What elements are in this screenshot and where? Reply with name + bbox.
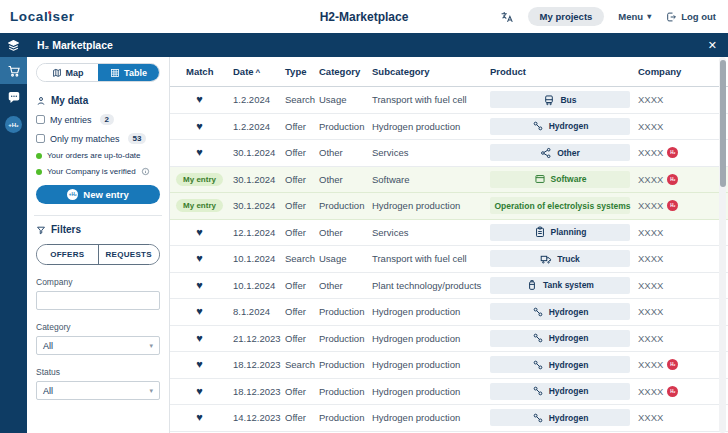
table-row[interactable]: ♥ 18.12.2023 Offer Production Hydrogen p…	[170, 379, 728, 406]
offers-button[interactable]: OFFERS	[37, 245, 99, 264]
company-name: XXXX	[638, 227, 663, 238]
subcategory-cell: Services	[368, 147, 486, 158]
orders-status-text: Your orders are up-to-date	[47, 151, 141, 160]
logo[interactable]: Localiser	[10, 9, 75, 24]
product-label: Hydrogen	[549, 413, 589, 423]
col-header-match[interactable]: Match	[170, 66, 229, 77]
product-badge[interactable]: Other	[490, 144, 630, 161]
product-badge[interactable]: Truck	[490, 250, 630, 267]
my-entries-checkbox[interactable]	[36, 115, 45, 124]
info-icon[interactable]	[141, 167, 150, 176]
product-label: Software	[551, 174, 587, 184]
table-row[interactable]: My entry 30.1.2024 Offer Other Software …	[170, 167, 728, 194]
col-header-subcategory[interactable]: Subcategory	[368, 66, 486, 77]
date-cell: 30.1.2024	[229, 147, 281, 158]
heart-icon[interactable]: ♥	[196, 94, 203, 105]
table-area: Match Date^ Type Category Subcategory Pr…	[170, 57, 728, 433]
company-input[interactable]	[36, 291, 160, 310]
product-badge[interactable]: Operation of electrolysis systems	[490, 197, 630, 214]
table-row[interactable]: My entry 30.1.2024 Offer Production Hydr…	[170, 193, 728, 220]
heart-icon[interactable]: ♥	[196, 147, 203, 158]
type-cell: Offer	[281, 280, 315, 291]
product-label: Hydrogen	[549, 386, 589, 396]
heart-icon[interactable]: ♥	[196, 253, 203, 264]
product-cell: Other	[486, 144, 634, 161]
rail-item-marketplace[interactable]	[0, 57, 27, 84]
type-cell: Offer	[281, 121, 315, 132]
scrollbar-thumb[interactable]	[720, 60, 726, 187]
table-row[interactable]: ♥ 10.1.2024 Search Usage Transport with …	[170, 246, 728, 273]
close-icon[interactable]: ✕	[708, 39, 717, 52]
table-view-button[interactable]: Table	[98, 64, 159, 81]
table-row[interactable]: ♥ 12.1.2024 Offer Other Services Plannin…	[170, 220, 728, 247]
product-cell: Hydrogen	[486, 383, 634, 400]
heart-icon[interactable]: ♥	[196, 412, 203, 423]
heart-icon[interactable]: ♥	[196, 227, 203, 238]
rail-item-add-h2[interactable]: +H₂	[0, 111, 27, 138]
product-badge[interactable]: Planning	[490, 224, 630, 241]
sidebar-panel: Map Table My data My entries 2 Only my m…	[27, 57, 170, 433]
only-matches-count-badge: 53	[128, 133, 147, 144]
table-row[interactable]: ♥ 21.12.2023 Offer Production Hydrogen p…	[170, 326, 728, 353]
my-entries-count-badge: 2	[100, 114, 114, 125]
col-header-type[interactable]: Type	[281, 66, 315, 77]
company-cell: XXXX H₂	[634, 174, 728, 185]
requests-button[interactable]: REQUESTS	[99, 245, 160, 264]
status-select[interactable]: All▾	[36, 381, 160, 400]
table-row[interactable]: ♥ 10.1.2024 Offer Other Plant technology…	[170, 273, 728, 300]
col-header-company[interactable]: Company	[634, 66, 728, 77]
layers-icon[interactable]	[7, 39, 20, 52]
menu-button[interactable]: Menu▾	[618, 11, 651, 22]
date-cell: 1.2.2024	[229, 94, 281, 105]
product-badge[interactable]: Hydrogen	[490, 409, 630, 426]
heart-icon[interactable]: ♥	[196, 306, 203, 317]
col-header-product[interactable]: Product	[486, 66, 634, 77]
product-badge[interactable]: Hydrogen	[490, 330, 630, 347]
heart-icon[interactable]: ♥	[196, 359, 203, 370]
new-entry-button[interactable]: +H₂New entry	[36, 185, 160, 204]
table-row[interactable]: ♥ 1.2.2024 Search Usage Transport with f…	[170, 87, 728, 114]
col-header-category[interactable]: Category	[315, 66, 368, 77]
verified-status-text: Your Company is verified	[47, 167, 136, 176]
product-cell: Hydrogen	[486, 118, 634, 135]
only-matches-label: Only my matches	[50, 134, 120, 144]
table-row[interactable]: ♥ 18.12.2023 Search Production Hydrogen …	[170, 352, 728, 379]
date-cell: 30.1.2024	[229, 174, 281, 185]
type-cell: Offer	[281, 333, 315, 344]
category-field-label: Category	[36, 322, 160, 332]
product-badge[interactable]: Tank system	[490, 277, 630, 294]
rail-item-chat[interactable]	[0, 84, 27, 111]
scrollbar-track[interactable]	[719, 57, 726, 433]
product-label: Operation of electrolysis systems	[494, 201, 630, 211]
table-row[interactable]: ♥ 14.12.2023 Offer Production Hydrogen p…	[170, 405, 728, 432]
heart-icon[interactable]: ♥	[196, 386, 203, 397]
category-select[interactable]: All▾	[36, 336, 160, 355]
product-badge[interactable]: Hydrogen	[490, 383, 630, 400]
heart-icon[interactable]: ♥	[196, 280, 203, 291]
chat-icon	[7, 91, 21, 105]
table-row[interactable]: ♥ 30.1.2024 Offer Other Services Other X…	[170, 140, 728, 167]
heart-icon[interactable]: ♥	[196, 121, 203, 132]
product-badge[interactable]: Hydrogen	[490, 303, 630, 320]
heart-icon[interactable]: ♥	[196, 333, 203, 344]
logout-button[interactable]: Log out	[665, 11, 716, 23]
type-cell: Offer	[281, 386, 315, 397]
orders-status: Your orders are up-to-date	[36, 151, 160, 160]
map-view-button[interactable]: Map	[37, 64, 98, 81]
my-projects-button[interactable]: My projects	[528, 7, 605, 26]
match-cell: ♥	[170, 94, 229, 105]
product-badge[interactable]: Hydrogen	[490, 118, 630, 135]
header-actions: My projects Menu▾ Log out	[500, 7, 716, 26]
col-header-date[interactable]: Date^	[229, 66, 281, 77]
table-row[interactable]: ♥ 8.1.2024 Offer Production Hydrogen pro…	[170, 299, 728, 326]
only-matches-checkbox[interactable]	[36, 134, 45, 143]
translate-icon[interactable]	[500, 10, 514, 24]
table-row[interactable]: ♥ 1.2.2024 Offer Production Hydrogen pro…	[170, 114, 728, 141]
subcategory-cell: Hydrogen production	[368, 121, 486, 132]
company-name: XXXX	[638, 174, 663, 185]
status-value: All	[43, 386, 53, 396]
product-badge[interactable]: Hydrogen	[490, 356, 630, 373]
subcategory-cell: Hydrogen production	[368, 306, 486, 317]
product-badge[interactable]: Software	[490, 171, 630, 188]
product-badge[interactable]: Bus	[490, 91, 630, 108]
